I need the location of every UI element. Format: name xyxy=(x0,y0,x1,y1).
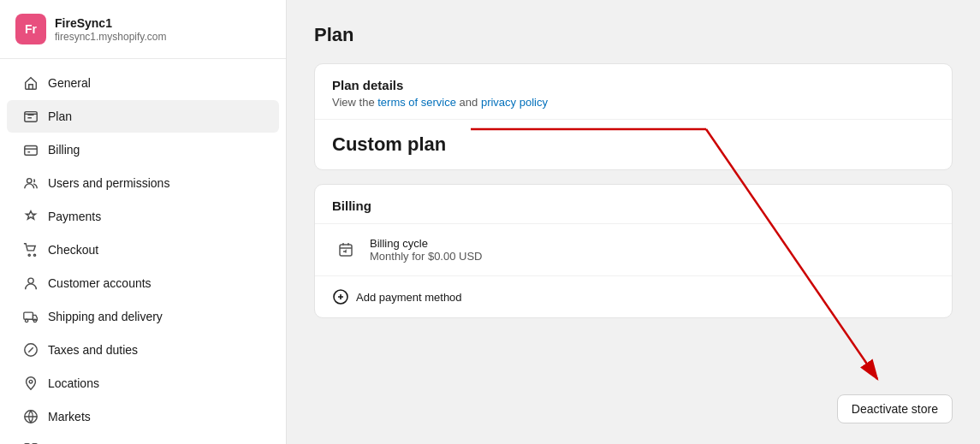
sidebar-item-markets[interactable]: Markets xyxy=(7,400,279,433)
sidebar-item-payments[interactable]: Payments xyxy=(7,200,279,233)
sidebar-item-shipping[interactable]: Shipping and delivery xyxy=(7,300,279,333)
svg-point-10 xyxy=(29,380,33,383)
sidebar-item-label: Markets xyxy=(48,410,91,423)
plan-icon xyxy=(22,108,39,125)
sidebar-item-label: Customer accounts xyxy=(48,276,151,290)
sidebar-item-label: Billing xyxy=(48,143,80,157)
main-content: Plan Plan details View the terms of serv… xyxy=(287,0,980,444)
sidebar-item-label: Payments xyxy=(48,210,101,223)
store-header[interactable]: Fr FireSync1 firesync1.myshopify.com xyxy=(0,0,286,59)
sidebar-item-users[interactable]: Users and permissions xyxy=(7,167,279,199)
desc-prefix: View the xyxy=(332,96,377,109)
add-payment-label: Add payment method xyxy=(356,291,462,304)
svg-point-8 xyxy=(33,319,36,322)
sidebar-item-label: Checkout xyxy=(48,243,98,257)
sidebar-item-apps[interactable]: Apps and sales channels xyxy=(7,434,279,444)
billing-cycle-text: Billing cycle Monthly for $0.00 USD xyxy=(370,237,483,263)
sidebar-item-label: Plan xyxy=(48,110,72,123)
desc-middle: and xyxy=(456,96,481,109)
store-avatar: Fr xyxy=(15,14,46,44)
plan-details-description: View the terms of service and privacy po… xyxy=(332,96,935,109)
sidebar-item-general[interactable]: General xyxy=(7,67,279,99)
sidebar-item-label: Locations xyxy=(48,376,99,390)
billing-icon xyxy=(22,141,39,158)
sidebar-item-label: Taxes and duties xyxy=(48,343,138,357)
sidebar-item-plan[interactable]: Plan xyxy=(7,100,279,133)
store-initials: Fr xyxy=(25,22,37,36)
svg-point-5 xyxy=(28,278,33,283)
billing-heading: Billing xyxy=(315,185,952,224)
store-name: FireSync1 xyxy=(55,15,166,31)
privacy-link[interactable]: privacy policy xyxy=(481,96,548,109)
plan-name-section: Custom plan xyxy=(315,120,952,169)
sidebar-item-label: General xyxy=(48,76,91,90)
page-title: Plan xyxy=(314,24,953,46)
svg-point-2 xyxy=(27,179,32,183)
svg-rect-6 xyxy=(24,312,33,319)
users-icon xyxy=(22,175,39,192)
checkout-icon xyxy=(22,241,39,258)
plan-details-heading: Plan details xyxy=(332,78,935,92)
sidebar-item-taxes[interactable]: Taxes and duties xyxy=(7,334,279,366)
billing-cycle-label: Billing cycle xyxy=(370,237,483,250)
taxes-icon xyxy=(22,341,39,358)
sidebar-item-label: Shipping and delivery xyxy=(48,310,163,323)
payments-icon xyxy=(22,208,39,225)
plan-name: Custom plan xyxy=(332,133,935,156)
svg-rect-0 xyxy=(25,112,37,122)
svg-point-4 xyxy=(33,254,35,256)
home-icon xyxy=(22,74,39,92)
deactivate-store-button[interactable]: Deactivate store xyxy=(837,394,953,423)
customer-icon xyxy=(22,275,39,292)
shipping-icon xyxy=(22,308,39,325)
billing-cycle-value: Monthly for $0.00 USD xyxy=(370,250,483,263)
svg-rect-1 xyxy=(25,146,37,156)
plus-circle-icon xyxy=(332,288,349,305)
billing-cycle-row: Billing cycle Monthly for $0.00 USD xyxy=(315,224,952,276)
location-icon xyxy=(22,375,39,392)
store-info: FireSync1 firesync1.myshopify.com xyxy=(55,15,166,43)
nav-list: General Plan Billing xyxy=(0,59,286,444)
tos-link[interactable]: terms of service xyxy=(377,96,456,109)
sidebar-item-checkout[interactable]: Checkout xyxy=(7,234,279,266)
plan-details-card: Plan details View the terms of service a… xyxy=(314,63,953,170)
plan-details-header: Plan details View the terms of service a… xyxy=(315,64,952,120)
billing-card: Billing Billing cycle Monthly for $0.00 … xyxy=(314,184,953,318)
sidebar: Fr FireSync1 firesync1.myshopify.com Gen… xyxy=(0,0,287,444)
store-domain: firesync1.myshopify.com xyxy=(55,31,166,43)
sidebar-item-label: Users and permissions xyxy=(48,176,169,190)
billing-cycle-icon xyxy=(332,236,359,263)
sidebar-item-locations[interactable]: Locations xyxy=(7,367,279,400)
add-payment-row[interactable]: Add payment method xyxy=(315,276,952,317)
svg-point-7 xyxy=(25,319,27,322)
sidebar-item-customer-accounts[interactable]: Customer accounts xyxy=(7,267,279,299)
sidebar-item-billing[interactable]: Billing xyxy=(7,133,279,166)
markets-icon xyxy=(22,408,39,425)
svg-point-3 xyxy=(28,254,30,256)
